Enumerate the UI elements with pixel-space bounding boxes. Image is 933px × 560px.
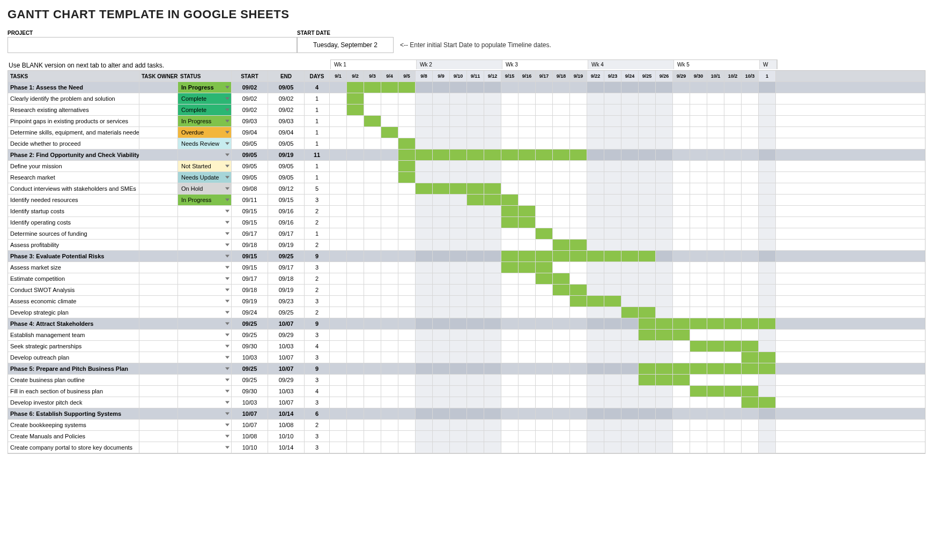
status-chip[interactable]: Overdue — [178, 127, 231, 138]
task-name-cell[interactable]: Phase 2: Find Opportunity and Check Viab… — [8, 150, 139, 160]
chevron-down-icon[interactable] — [225, 154, 229, 156]
chevron-down-icon[interactable] — [225, 435, 229, 438]
task-owner-cell[interactable] — [139, 330, 178, 340]
chevron-down-icon[interactable] — [225, 289, 229, 292]
status-cell[interactable] — [178, 318, 232, 329]
status-chip[interactable]: Needs Update — [178, 172, 231, 183]
start-cell[interactable]: 09/19 — [232, 296, 268, 307]
status-cell[interactable] — [178, 352, 232, 363]
start-cell[interactable]: 09/11 — [232, 195, 268, 205]
start-cell[interactable]: 09/05 — [232, 161, 268, 171]
status-chip[interactable] — [178, 240, 231, 250]
status-cell[interactable]: Overdue — [178, 127, 232, 138]
end-cell[interactable]: 09/05 — [268, 82, 305, 93]
status-cell[interactable] — [178, 217, 232, 228]
end-cell[interactable]: 09/16 — [268, 206, 305, 216]
chevron-down-icon[interactable] — [225, 233, 229, 235]
task-name-cell[interactable]: Fill in each section of business plan — [8, 386, 139, 397]
status-cell[interactable]: Not Started — [178, 161, 232, 171]
status-chip[interactable] — [178, 330, 231, 340]
status-cell[interactable] — [178, 307, 232, 318]
chevron-down-icon[interactable] — [225, 176, 229, 179]
end-cell[interactable]: 10/07 — [268, 363, 305, 374]
status-chip[interactable] — [178, 206, 231, 216]
end-cell[interactable]: 09/15 — [268, 195, 305, 205]
task-name-cell[interactable]: Assess market size — [8, 262, 139, 273]
status-chip[interactable] — [178, 397, 231, 408]
status-chip[interactable] — [178, 217, 231, 228]
task-owner-cell[interactable] — [139, 420, 178, 430]
task-name-cell[interactable]: Phase 5: Prepare and Pitch Business Plan — [8, 363, 139, 374]
end-cell[interactable]: 09/18 — [268, 273, 305, 284]
end-cell[interactable]: 09/05 — [268, 161, 305, 171]
days-cell[interactable]: 1 — [305, 127, 330, 138]
end-cell[interactable]: 09/17 — [268, 262, 305, 273]
days-cell[interactable]: 2 — [305, 273, 330, 284]
days-cell[interactable]: 4 — [305, 341, 330, 352]
status-chip[interactable] — [178, 341, 231, 352]
days-cell[interactable]: 1 — [305, 161, 330, 171]
status-cell[interactable]: Needs Review — [178, 138, 232, 149]
status-chip[interactable]: Complete — [178, 104, 231, 115]
status-cell[interactable]: Complete — [178, 93, 232, 104]
task-owner-cell[interactable] — [139, 285, 178, 295]
start-cell[interactable]: 09/25 — [232, 363, 268, 374]
end-cell[interactable]: 09/05 — [268, 172, 305, 183]
days-cell[interactable]: 3 — [305, 262, 330, 273]
chevron-down-icon[interactable] — [225, 165, 229, 168]
start-cell[interactable]: 10/10 — [232, 442, 268, 453]
status-cell[interactable] — [178, 206, 232, 216]
task-name-cell[interactable]: Estimate competition — [8, 273, 139, 284]
end-cell[interactable]: 09/29 — [268, 375, 305, 385]
days-cell[interactable]: 2 — [305, 206, 330, 216]
chevron-down-icon[interactable] — [225, 311, 229, 314]
task-owner-cell[interactable] — [139, 228, 178, 239]
task-owner-cell[interactable] — [139, 262, 178, 273]
start-cell[interactable]: 09/17 — [232, 273, 268, 284]
task-owner-cell[interactable] — [139, 251, 178, 262]
start-cell[interactable]: 09/02 — [232, 104, 268, 115]
task-name-cell[interactable]: Pinpoint gaps in existing products or se… — [8, 116, 139, 126]
status-cell[interactable] — [178, 285, 232, 295]
status-chip[interactable] — [178, 363, 231, 374]
days-cell[interactable]: 3 — [305, 375, 330, 385]
task-name-cell[interactable]: Assess economic climate — [8, 296, 139, 307]
task-name-cell[interactable]: Clearly identify the problem and solutio… — [8, 93, 139, 104]
task-owner-cell[interactable] — [139, 408, 178, 419]
status-chip[interactable] — [178, 150, 231, 160]
chevron-down-icon[interactable] — [225, 424, 229, 427]
status-chip[interactable] — [178, 273, 231, 284]
start-date-input[interactable] — [297, 37, 394, 53]
task-name-cell[interactable]: Establish management team — [8, 330, 139, 340]
task-name-cell[interactable]: Phase 6: Establish Supporting Systems — [8, 408, 139, 419]
days-cell[interactable]: 1 — [305, 116, 330, 126]
task-owner-cell[interactable] — [139, 352, 178, 363]
task-name-cell[interactable]: Identify startup costs — [8, 206, 139, 216]
start-cell[interactable]: 09/25 — [232, 318, 268, 329]
task-owner-cell[interactable] — [139, 431, 178, 442]
start-cell[interactable]: 09/30 — [232, 386, 268, 397]
status-cell[interactable] — [178, 251, 232, 262]
end-cell[interactable]: 10/08 — [268, 420, 305, 430]
start-cell[interactable]: 09/02 — [232, 93, 268, 104]
task-owner-cell[interactable] — [139, 296, 178, 307]
task-name-cell[interactable]: Create business plan outline — [8, 375, 139, 385]
status-cell[interactable] — [178, 341, 232, 352]
days-cell[interactable]: 3 — [305, 352, 330, 363]
status-chip[interactable] — [178, 420, 231, 430]
task-name-cell[interactable]: Identify needed resources — [8, 195, 139, 205]
task-owner-cell[interactable] — [139, 307, 178, 318]
status-chip[interactable] — [178, 251, 231, 262]
end-cell[interactable]: 09/03 — [268, 116, 305, 126]
end-cell[interactable]: 09/16 — [268, 217, 305, 228]
status-chip[interactable] — [178, 386, 231, 397]
end-cell[interactable]: 10/14 — [268, 442, 305, 453]
days-cell[interactable]: 3 — [305, 442, 330, 453]
task-name-cell[interactable]: Define your mission — [8, 161, 139, 171]
start-cell[interactable]: 09/15 — [232, 206, 268, 216]
chevron-down-icon[interactable] — [225, 255, 229, 258]
status-chip[interactable]: In Progress — [178, 195, 231, 205]
start-cell[interactable]: 10/08 — [232, 431, 268, 442]
end-cell[interactable]: 10/07 — [268, 397, 305, 408]
start-cell[interactable]: 09/25 — [232, 375, 268, 385]
